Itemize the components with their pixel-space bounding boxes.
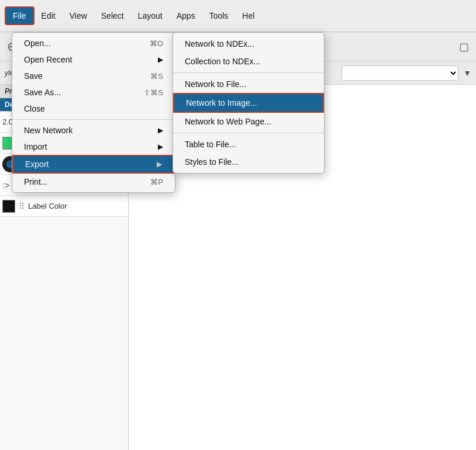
label-color-dots: ⠿	[19, 202, 25, 211]
file-menu: Open... ⌘O Open Recent ▶ Save ⌘S Save As…	[12, 32, 175, 193]
file-menu-close[interactable]: Close	[12, 101, 175, 117]
menu-help[interactable]: Hel	[235, 8, 261, 24]
export-network-ndex-label: Network to NDEx...	[185, 39, 254, 49]
menu-apps[interactable]: Apps	[170, 8, 202, 24]
open-recent-arrow-icon: ▶	[158, 56, 163, 64]
export-network-ndex[interactable]: Network to NDEx...	[173, 35, 324, 53]
export-network-file-label: Network to File...	[185, 79, 246, 89]
file-menu-print-shortcut: ⌘P	[150, 178, 163, 186]
file-menu-open-shortcut: ⌘O	[150, 39, 163, 48]
new-network-arrow-icon: ▶	[158, 126, 163, 134]
menu-view[interactable]: View	[63, 8, 94, 24]
file-menu-open-label: Open...	[24, 39, 51, 48]
menu-bar: File Edit View Select Layout Apps Tools …	[0, 0, 476, 32]
file-menu-save-shortcut: ⌘S	[150, 72, 163, 81]
export-network-file[interactable]: Network to File...	[173, 75, 324, 93]
file-menu-save-as-shortcut: ⇧⌘S	[144, 88, 163, 97]
export-submenu: Network to NDEx... Collection to NDEx...…	[173, 32, 325, 174]
file-menu-import[interactable]: Import ▶	[12, 139, 175, 155]
label-color-label: Label Color	[28, 202, 126, 210]
export-collection-ndex-label: Collection to NDEx...	[185, 57, 260, 66]
file-menu-sep1	[12, 119, 175, 120]
menu-layout[interactable]: Layout	[131, 8, 170, 24]
prop-row-label-color: ⠿ Label Color	[0, 196, 128, 217]
export-sub-sep1	[173, 72, 324, 73]
menu-edit[interactable]: Edit	[35, 8, 63, 24]
export-arrow-icon: ▶	[157, 160, 162, 168]
export-network-image-label: Network to Image...	[186, 98, 257, 108]
menu-file[interactable]: File	[5, 6, 35, 25]
chevron-down-icon: ▼	[463, 68, 471, 78]
export-network-image[interactable]: Network to Image...	[173, 93, 324, 113]
file-menu-open[interactable]: Open... ⌘O	[12, 35, 175, 51]
file-menu-print-label: Print...	[24, 177, 47, 186]
style-select[interactable]	[342, 65, 458, 81]
file-menu-new-network[interactable]: New Network ▶	[12, 122, 175, 139]
menu-select[interactable]: Select	[94, 8, 131, 24]
label-color-swatch[interactable]	[2, 200, 15, 213]
file-menu-export[interactable]: Export ▶	[12, 155, 175, 174]
file-menu-print[interactable]: Print... ⌘P	[12, 174, 175, 190]
export-styles-file-label: Styles to File...	[185, 157, 239, 167]
import-arrow-icon: ▶	[158, 143, 163, 151]
export-table-file-label: Table to File...	[185, 140, 236, 149]
file-menu-open-recent[interactable]: Open Recent ▶	[12, 51, 175, 68]
file-menu-save-as-label: Save As...	[24, 88, 61, 97]
export-table-file[interactable]: Table to File...	[173, 136, 324, 153]
export-network-webpage[interactable]: Network to Web Page...	[173, 113, 324, 130]
file-menu-save-as[interactable]: Save As... ⇧⌘S	[12, 84, 175, 101]
export-styles-file[interactable]: Styles to File...	[173, 153, 324, 171]
file-menu-open-recent-label: Open Recent	[24, 55, 73, 64]
export-network-webpage-label: Network to Web Page...	[185, 117, 271, 126]
file-menu-close-label: Close	[24, 104, 45, 113]
file-menu-new-network-label: New Network	[24, 126, 73, 135]
file-menu-save-label: Save	[24, 71, 43, 81]
export-sub-sep2	[173, 133, 324, 133]
file-menu-export-label: Export	[25, 160, 49, 169]
export-collection-ndex[interactable]: Collection to NDEx...	[173, 53, 324, 70]
window-icon[interactable]: ▢	[459, 40, 469, 53]
menu-tools[interactable]: Tools	[202, 8, 236, 24]
file-menu-import-label: Import	[24, 142, 47, 151]
file-menu-save[interactable]: Save ⌘S	[12, 68, 175, 84]
